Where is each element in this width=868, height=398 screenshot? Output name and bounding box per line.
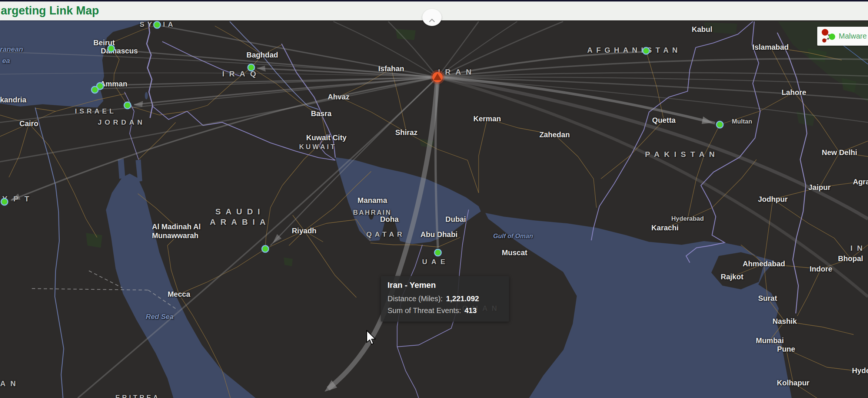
- map-tooltip: Iran - Yemen Distance (Miles):1,221.092S…: [381, 276, 509, 322]
- map-label: Nashik: [772, 317, 797, 326]
- map-label: Kolhapur: [777, 379, 809, 387]
- map-label: Jodhpur: [758, 195, 788, 204]
- map-label: Shiraz: [395, 128, 418, 137]
- map-label: Islamabad: [752, 43, 789, 52]
- map-label: Quetta: [652, 116, 675, 125]
- map-label: Dubai: [445, 215, 466, 224]
- map-label: Multan: [732, 118, 752, 125]
- map-label: Baghdad: [246, 51, 278, 59]
- chevron-up-icon: [429, 19, 435, 23]
- target-dot-egypt[interactable]: [1, 198, 9, 206]
- map-label: Mecca: [167, 290, 190, 299]
- map-labels-layer: BeirutDamascusAmmankandriaCairoBaghdadIs…: [0, 0, 868, 398]
- map-label: Isfahan: [378, 65, 404, 73]
- map-label: Zahedan: [539, 131, 570, 139]
- target-dot-jordan-east[interactable]: [124, 102, 132, 109]
- map-label: Agra: [853, 178, 868, 186]
- target-dot-syria[interactable]: [153, 21, 161, 29]
- map-label: IN: [851, 244, 867, 253]
- map-label: Abu Dhabi: [420, 230, 458, 239]
- target-dot-uae[interactable]: [434, 249, 442, 257]
- map-label: Gulf of Oman: [493, 233, 533, 240]
- target-dot-damascus[interactable]: [107, 45, 115, 53]
- map-label: Muscat: [502, 249, 528, 257]
- map-label: PAKISTAN: [645, 150, 719, 159]
- map-label: Red Sea: [146, 313, 174, 321]
- map-label: Al Madinah Al: [152, 223, 200, 231]
- target-dot-afghanistan[interactable]: [642, 47, 650, 55]
- map-label: Indore: [809, 265, 832, 273]
- map-label: Ahvaz: [328, 93, 350, 101]
- hub-origin-dot-iran[interactable]: [432, 72, 443, 82]
- header-collapse-tab[interactable]: [422, 9, 442, 26]
- mouse-cursor: [366, 330, 379, 348]
- legend: Malware: [817, 27, 868, 46]
- map-label: IRAQ: [222, 69, 261, 78]
- map-label: New Delhi: [822, 148, 857, 157]
- map-label: QATAR: [366, 230, 405, 239]
- map-label: Ahmedabad: [743, 260, 785, 268]
- target-dot-multan[interactable]: [716, 121, 724, 129]
- window-top-strip: [0, 0, 868, 1]
- map-label: BAHRAIN: [353, 209, 392, 217]
- map-label: Riyadh: [292, 227, 317, 235]
- map-label: Cairo: [19, 119, 38, 128]
- map-label: Jaipur: [808, 183, 831, 192]
- hub-arrow-icon: [433, 73, 442, 80]
- map-label: Kerman: [473, 115, 501, 123]
- map-label: IRAN: [438, 68, 476, 76]
- legend-label: Malware: [839, 32, 867, 40]
- tooltip-row-value: 413: [465, 306, 477, 315]
- map-label: ARABIA: [210, 217, 270, 227]
- tooltip-title: Iran - Yemen: [388, 280, 503, 290]
- map-label: Karachi: [651, 224, 678, 232]
- map-label: Kuwait City: [306, 134, 347, 142]
- map-label: Surat: [758, 294, 777, 303]
- map-label: AFGHANISTAN: [587, 46, 681, 55]
- map-label: UAE: [422, 258, 449, 266]
- map-label: Hyder: [852, 366, 868, 375]
- map-label: Munawwarah: [152, 231, 199, 240]
- target-dot-baghdad[interactable]: [247, 64, 255, 72]
- tooltip-row: Distance (Miles):1,221.092: [388, 293, 503, 305]
- map-label: KUWAIT: [299, 143, 337, 151]
- map-label: Pune: [777, 345, 795, 353]
- map-label: Rajkot: [721, 273, 743, 281]
- map-label: ISRAEL: [75, 107, 116, 115]
- target-dot-saudi[interactable]: [262, 245, 269, 253]
- map-label: Lahore: [782, 88, 807, 97]
- tooltip-row-label: Sum of Threat Events:: [388, 306, 461, 315]
- map-label: ranean: [0, 45, 23, 53]
- map-label: Bhopal: [838, 254, 863, 263]
- target-dot-amman-2[interactable]: [91, 86, 99, 94]
- map-label: Kabul: [692, 25, 712, 34]
- map-label: Manama: [357, 196, 387, 205]
- tooltip-row-label: Distance (Miles):: [388, 295, 443, 303]
- map-label: Basra: [311, 109, 332, 118]
- map-label: JORDAN: [98, 118, 145, 126]
- map-label: ea: [2, 57, 10, 65]
- map-label: ERITREA: [115, 394, 160, 398]
- map-label: Amman: [100, 80, 127, 88]
- map-label: Damascus: [101, 47, 138, 55]
- tooltip-row-value: 1,221.092: [446, 295, 479, 303]
- map-label: Mumbai: [756, 336, 784, 345]
- map-label: SAUDI: [215, 207, 265, 217]
- malware-link-legend-icon: [821, 28, 836, 45]
- map-label: AN: [0, 379, 21, 388]
- targeting-link-map-app: BeirutDamascusAmmankandriaCairoBaghdadIs…: [0, 0, 868, 398]
- map-label: kandria: [0, 96, 26, 104]
- page-title: argeting Link Map: [1, 4, 99, 17]
- map-label: Hyderabad: [671, 215, 704, 223]
- tooltip-row: Sum of Threat Events:413: [388, 305, 503, 316]
